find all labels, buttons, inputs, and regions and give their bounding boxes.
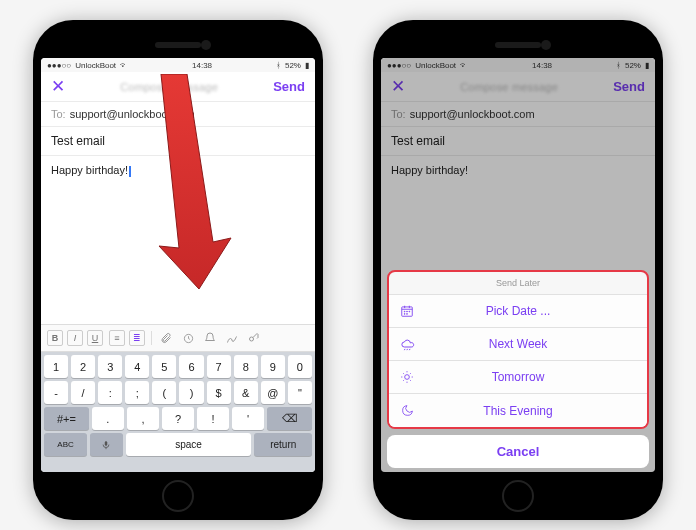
key-:[interactable]: : <box>98 381 122 404</box>
to-value: support@unlockboot.com <box>70 108 195 120</box>
sheet-item-tomorrow[interactable]: Tomorrow <box>389 361 647 394</box>
svg-point-9 <box>405 375 410 380</box>
key-![interactable]: ! <box>197 407 229 430</box>
key-.[interactable]: . <box>92 407 124 430</box>
keyboard-space[interactable]: space <box>126 433 252 456</box>
svg-point-5 <box>407 311 408 312</box>
reminder-button[interactable] <box>202 330 218 346</box>
key-button[interactable] <box>246 330 262 346</box>
key-"[interactable]: " <box>288 381 312 404</box>
navbar: ✕ Compose message Send <box>41 72 315 102</box>
signal-icon: ●●●○○ <box>47 61 71 70</box>
key-)[interactable]: ) <box>179 381 203 404</box>
sheet-item-pick-date[interactable]: Pick Date ... <box>389 295 647 328</box>
moon-icon <box>399 403 415 419</box>
sheet-header: Send Later <box>389 272 647 295</box>
key-$[interactable]: $ <box>207 381 231 404</box>
format-toolbar: B I U ≡ ≣ <box>41 324 315 352</box>
phone-right: ●●●○○ UnlockBoot ᯤ 14:38 ᚼ 52% ▮ ✕ Compo… <box>373 20 663 520</box>
underline-button[interactable]: U <box>87 330 103 346</box>
key-5[interactable]: 5 <box>152 355 176 378</box>
key-2[interactable]: 2 <box>71 355 95 378</box>
bluetooth-icon: ᚼ <box>276 61 281 70</box>
nav-title: Compose message <box>120 81 218 93</box>
battery-icon: ▮ <box>305 61 309 70</box>
key-7[interactable]: 7 <box>207 355 231 378</box>
later-button[interactable] <box>180 330 196 346</box>
calendar-icon <box>399 303 415 319</box>
key-,[interactable]: , <box>127 407 159 430</box>
send-button[interactable]: Send <box>273 79 305 94</box>
keyboard-abc[interactable]: ABC <box>44 433 87 456</box>
action-sheet-wrap: Send Later Pick Date ... Next Week <box>387 270 649 468</box>
cloud-icon <box>399 336 415 352</box>
key-8[interactable]: 8 <box>234 355 258 378</box>
clock: 14:38 <box>192 61 212 70</box>
sun-icon <box>399 369 415 385</box>
key-1[interactable]: 1 <box>44 355 68 378</box>
key-3[interactable]: 3 <box>98 355 122 378</box>
key-([interactable]: ( <box>152 381 176 404</box>
svg-point-6 <box>409 311 410 312</box>
list-button[interactable]: ≡ <box>109 330 125 346</box>
key-#+=[interactable]: #+= <box>44 407 89 430</box>
sheet-item-label: This Evening <box>483 404 552 418</box>
cancel-button[interactable]: Cancel <box>387 435 649 468</box>
keyboard-mic[interactable] <box>90 433 122 456</box>
keyboard-return[interactable]: return <box>254 433 312 456</box>
svg-point-8 <box>407 314 408 315</box>
svg-point-4 <box>404 311 405 312</box>
home-button[interactable] <box>502 480 534 512</box>
sheet-item-label: Pick Date ... <box>486 304 551 318</box>
signature-button[interactable] <box>224 330 240 346</box>
subject-field[interactable]: Test email <box>41 127 315 156</box>
align-button[interactable]: ≣ <box>129 330 145 346</box>
toolbar-divider <box>151 331 152 345</box>
key-'[interactable]: ' <box>232 407 264 430</box>
keyboard: 1234567890 -/:;()$&@" #+=.,?!'⌫ ABC spac… <box>41 352 315 472</box>
key--[interactable]: - <box>44 381 68 404</box>
close-button[interactable]: ✕ <box>51 76 65 97</box>
attach-button[interactable] <box>158 330 174 346</box>
screen-left: ●●●○○ UnlockBoot ᯤ 14:38 ᚼ 52% ▮ ✕ Compo… <box>41 58 315 472</box>
body-field[interactable]: Happy birthday! <box>41 156 315 256</box>
to-label: To: <box>51 108 66 120</box>
key-?[interactable]: ? <box>162 407 194 430</box>
key-/[interactable]: / <box>71 381 95 404</box>
key-;[interactable]: ; <box>125 381 149 404</box>
key-4[interactable]: 4 <box>125 355 149 378</box>
phone-left: ●●●○○ UnlockBoot ᯤ 14:38 ᚼ 52% ▮ ✕ Compo… <box>33 20 323 520</box>
home-button[interactable] <box>162 480 194 512</box>
key-&[interactable]: & <box>234 381 258 404</box>
key-⌫[interactable]: ⌫ <box>267 407 312 430</box>
key-0[interactable]: 0 <box>288 355 312 378</box>
keyboard-row-symbols-1: -/:;()$&@" <box>44 381 312 404</box>
statusbar: ●●●○○ UnlockBoot ᯤ 14:38 ᚼ 52% ▮ <box>41 58 315 72</box>
send-later-sheet: Send Later Pick Date ... Next Week <box>387 270 649 429</box>
screen-right: ●●●○○ UnlockBoot ᯤ 14:38 ᚼ 52% ▮ ✕ Compo… <box>381 58 655 472</box>
svg-point-1 <box>250 337 254 341</box>
keyboard-row-symbols-2: #+=.,?!'⌫ <box>44 407 312 430</box>
key-9[interactable]: 9 <box>261 355 285 378</box>
bold-button[interactable]: B <box>47 330 63 346</box>
key-6[interactable]: 6 <box>179 355 203 378</box>
carrier-name: UnlockBoot <box>75 61 116 70</box>
sheet-item-next-week[interactable]: Next Week <box>389 328 647 361</box>
svg-point-7 <box>404 314 405 315</box>
keyboard-row-numbers: 1234567890 <box>44 355 312 378</box>
svg-rect-2 <box>105 441 108 446</box>
italic-button[interactable]: I <box>67 330 83 346</box>
sheet-item-label: Tomorrow <box>492 370 545 384</box>
key-@[interactable]: @ <box>261 381 285 404</box>
sheet-item-label: Next Week <box>489 337 547 351</box>
sheet-item-this-evening[interactable]: This Evening <box>389 394 647 427</box>
wifi-icon: ᯤ <box>120 61 128 70</box>
to-field[interactable]: To: support@unlockboot.com <box>41 102 315 127</box>
battery-pct: 52% <box>285 61 301 70</box>
